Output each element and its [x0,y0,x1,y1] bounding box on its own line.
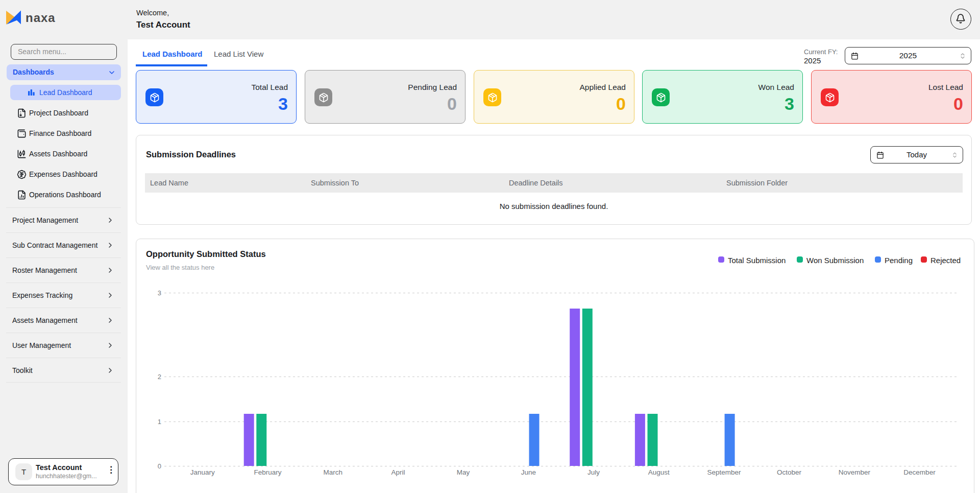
svg-text:2: 2 [158,373,161,381]
svg-text:May: May [457,468,470,476]
svg-text:February: February [254,468,281,476]
svg-text:December: December [903,468,936,476]
svg-text:June: June [521,468,536,476]
svg-text:October: October [777,468,802,476]
svg-text:1: 1 [158,418,161,426]
svg-text:July: July [587,468,600,476]
svg-text:November: November [839,468,871,476]
svg-text:September: September [707,468,741,476]
svg-text:0: 0 [158,462,161,470]
svg-text:January: January [190,468,215,476]
svg-text:April: April [391,468,405,476]
svg-text:August: August [648,468,670,476]
svg-text:3: 3 [158,289,161,297]
svg-text:March: March [323,468,342,476]
